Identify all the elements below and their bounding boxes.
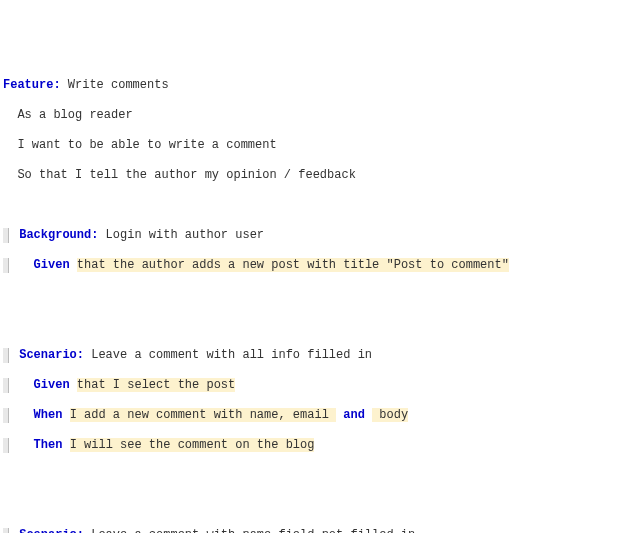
background-keyword: Background: — [19, 228, 98, 242]
gutter-marker — [3, 378, 9, 393]
background-line: Background: Login with author user — [3, 228, 636, 243]
then-keyword: Then — [34, 438, 63, 452]
feature-desc: As a blog reader — [3, 108, 636, 123]
gutter-marker — [3, 528, 9, 533]
feature-title: Write comments — [61, 78, 169, 92]
blank-line — [3, 288, 636, 303]
scenario-title: Leave a comment with all info filled in — [84, 348, 372, 362]
gutter-marker — [3, 258, 9, 273]
given-keyword: Given — [34, 378, 70, 392]
and-keyword: and — [343, 408, 365, 422]
scenario-title: Leave a comment with name field not fill… — [84, 528, 415, 533]
gutter-marker — [3, 228, 9, 243]
scenario-keyword: Scenario: — [19, 348, 84, 362]
step-line: When I add a new comment with name, emai… — [3, 408, 636, 423]
step-line: Given that the author adds a new post wi… — [3, 258, 636, 273]
step-text: that the author adds a new post with tit… — [77, 258, 509, 272]
background-title: Login with author user — [98, 228, 264, 242]
step-text: I add a new comment with name, email — [70, 408, 336, 422]
feature-desc: So that I tell the author my opinion / f… — [3, 168, 636, 183]
scenario-line: Scenario: Leave a comment with name fiel… — [3, 528, 636, 533]
blank-line — [3, 318, 636, 333]
blank-line — [3, 498, 636, 513]
scenario-keyword: Scenario: — [19, 528, 84, 533]
gutter-marker — [3, 438, 9, 453]
step-text: that I select the post — [77, 378, 235, 392]
gherkin-editor: Feature: Write comments As a blog reader… — [3, 63, 636, 533]
step-line: Given that I select the post — [3, 378, 636, 393]
feature-desc: I want to be able to write a comment — [3, 138, 636, 153]
step-line: Then I will see the comment on the blog — [3, 438, 636, 453]
step-text: I will see the comment on the blog — [70, 438, 315, 452]
blank-line — [3, 468, 636, 483]
step-text: body — [372, 408, 408, 422]
feature-line: Feature: Write comments — [3, 78, 636, 93]
blank-line — [3, 198, 636, 213]
when-keyword: When — [34, 408, 63, 422]
feature-keyword: Feature: — [3, 78, 61, 92]
scenario-line: Scenario: Leave a comment with all info … — [3, 348, 636, 363]
gutter-marker — [3, 408, 9, 423]
given-keyword: Given — [34, 258, 70, 272]
gutter-marker — [3, 348, 9, 363]
